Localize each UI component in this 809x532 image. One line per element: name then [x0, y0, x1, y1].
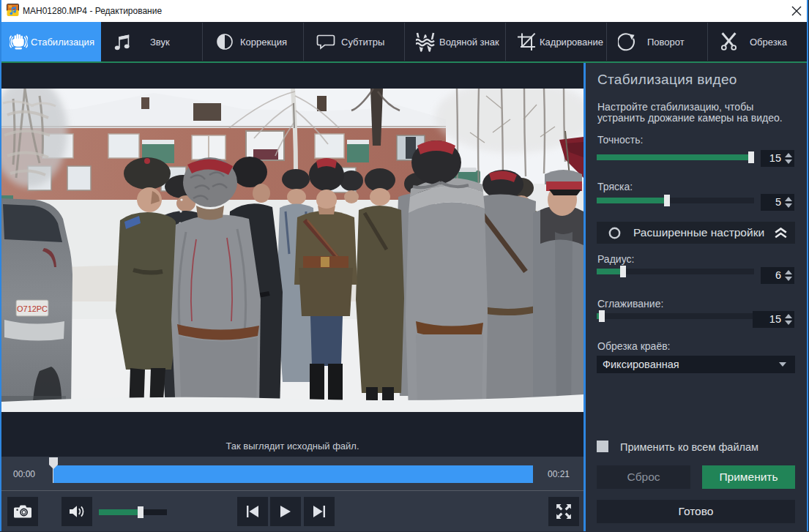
svg-text:О712РС: О712РС: [17, 304, 48, 313]
